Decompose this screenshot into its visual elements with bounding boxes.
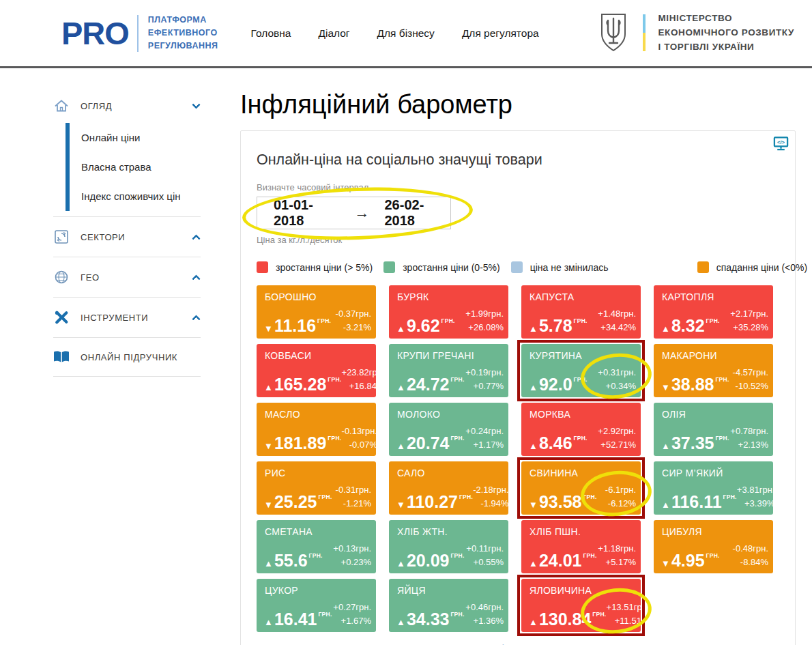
chevron-up-icon[interactable] xyxy=(192,234,201,243)
trend-arrow-icon: ▲ xyxy=(264,618,273,627)
trend-arrow-icon: ▼ xyxy=(264,324,273,333)
price-tile[interactable]: СВИНИНА ▼93.58ГРН. -6.1грн. -6.12% xyxy=(521,461,641,515)
trend-arrow-icon: ▲ xyxy=(396,442,405,450)
change-percent: +1.36% xyxy=(465,614,504,628)
price-tile[interactable]: ЦУКОР ▲16.41ГРН. +0.27грн. +1.67% xyxy=(257,579,376,632)
date-to[interactable]: 26-02-2018 xyxy=(385,197,451,229)
product-name: МАСЛО xyxy=(265,409,370,420)
price-tile[interactable]: МОЛОКО ▲20.74ГРН. +0.24грн. +1.17% xyxy=(389,403,508,456)
tagline-line: ЕФЕКТИВНОГО xyxy=(148,27,218,40)
nav-item-for-regulator[interactable]: Для регулятора xyxy=(462,27,539,40)
price-tile[interactable]: ЯЛОВИЧИНА ▲130.84ГРН. +13.51грн. +11.51% xyxy=(521,579,641,632)
change-uah: +0.78грн. xyxy=(730,425,768,438)
trend-arrow-icon: ▲ xyxy=(529,618,538,627)
sidebar-item-geo[interactable]: ГЕО xyxy=(53,263,199,291)
product-price: ▲34.33ГРН. xyxy=(396,611,465,628)
change-uah: +1.48грн. xyxy=(598,307,636,321)
sidebar-item-label: ГЕО xyxy=(81,272,100,283)
monitor-code-icon[interactable]: </> xyxy=(773,136,789,154)
legend-label: спадання ціни (<0%) xyxy=(716,262,808,273)
sidebar-item-label: СЕКТОРИ xyxy=(81,232,125,242)
price-tile[interactable]: ЦИБУЛЯ ▼4.95ГРН. -0.48грн. -8.84% xyxy=(654,520,773,573)
nav-item-dialog[interactable]: Діалог xyxy=(318,27,349,40)
divider xyxy=(53,216,201,217)
change-uah: +0.46грн. xyxy=(465,601,504,614)
price-tile[interactable]: ОЛІЯ ▲37.35ГРН. +0.78грн. +2.13% xyxy=(654,403,773,456)
price-change: +3.81грн. +3.39% xyxy=(737,483,775,511)
page-title: Інфляційний барометр xyxy=(240,90,796,119)
price-tile[interactable]: КУРЯТИНА ▲92.0ГРН. +0.31грн. +0.34% xyxy=(521,344,641,397)
price-tile[interactable]: МОРКВА ▲8.46ГРН. +2.92грн. +52.71% xyxy=(521,403,641,456)
price-tile[interactable]: КОВБАСИ ▲165.28ГРН. +23.82грн. +16.84% xyxy=(257,344,376,397)
price-tile[interactable]: МАСЛО ▼181.89ГРН. -0.13грн. -0.07% xyxy=(257,403,376,456)
change-uah: +0.31грн. xyxy=(598,366,636,379)
price-change: +0.19грн. +0.77% xyxy=(465,366,504,393)
change-percent: +0.23% xyxy=(333,556,371,569)
date-from[interactable]: 01-01-2018 xyxy=(274,197,340,229)
chevron-up-icon[interactable] xyxy=(192,274,201,283)
change-percent: +52.71% xyxy=(598,438,636,452)
sidebar-item-overview[interactable]: ОГЛЯД xyxy=(53,91,199,120)
overview-subitems: Онлайн ціни Власна страва Індекс споживч… xyxy=(66,123,201,211)
price-tile-cell: КУРЯТИНА ▲92.0ГРН. +0.31грн. +0.34% xyxy=(521,344,641,397)
main-nav: Головна Діалог Для бізнесу Для регулятор… xyxy=(251,27,566,40)
change-percent: +35.28% xyxy=(730,321,768,334)
change-uah: -0.37грн. xyxy=(336,307,371,321)
product-price: ▲24.72ГРН. xyxy=(396,376,465,393)
change-percent: +2.13% xyxy=(730,438,768,452)
price-tile[interactable]: КАПУСТА ▲5.78ГРН. +1.48грн. +34.42% xyxy=(521,285,641,339)
price-tile-cell: САЛО ▼110.27ГРН. -2.18грн. -1.94% xyxy=(389,461,508,515)
sidebar-item-online-prices[interactable]: Онлайн ціни xyxy=(66,123,201,152)
divider xyxy=(53,337,201,338)
product-price: ▼110.27ГРН. xyxy=(396,493,473,511)
price-tile[interactable]: РИС ▼25.25ГРН. -0.31грн. -1.21% xyxy=(257,461,376,515)
barometer-card: </> Онлайн-ціна на соціально значущі тов… xyxy=(240,130,796,645)
sidebar-item-online-handbook[interactable]: ОНЛАЙН ПІДРУЧНИК xyxy=(53,343,199,371)
price-tile[interactable]: СМЕТАНА ▲55.6ГРН. +0.13грн. +0.23% xyxy=(257,520,376,573)
date-range-picker[interactable]: 01-01-2018 → 26-02-2018 xyxy=(257,197,451,229)
chevron-down-icon[interactable] xyxy=(192,100,201,109)
flag-divider xyxy=(643,14,646,51)
trend-arrow-icon: ▼ xyxy=(396,500,405,509)
price-tile[interactable]: КАРТОПЛЯ ▲8.32ГРН. +2.17грн. +35.28% xyxy=(654,285,773,339)
price-change: +23.82грн. +16.84% xyxy=(342,366,385,393)
currency-label: ГРН. xyxy=(723,494,737,500)
price-tile[interactable]: ЯЙЦЯ ▲34.33ГРН. +0.46грн. +1.36% xyxy=(389,579,508,632)
price-tile[interactable]: ХЛІБ ПШН. ▲24.01ГРН. +1.18грн. +5.17% xyxy=(521,520,641,573)
product-price: ▲116.11ГРН. xyxy=(661,493,737,511)
product-price: ▼181.89ГРН. xyxy=(264,435,342,452)
price-tile-cell: ОЛІЯ ▲37.35ГРН. +0.78грн. +2.13% xyxy=(654,403,773,456)
price-tile-cell: КРУПИ ГРЕЧАНІ ▲24.72ГРН. +0.19грн. +0.77… xyxy=(389,344,508,397)
card-title: Онлайн-ціна на соціально значущі товари xyxy=(257,152,779,169)
sidebar-item-label: ОНЛАЙН ПІДРУЧНИК xyxy=(81,352,177,362)
price-tile[interactable]: МАКАРОНИ ▼38.88ГРН. -4.57грн. -10.52% xyxy=(654,344,773,397)
trend-arrow-icon: ▲ xyxy=(661,442,670,450)
product-name: ЦИБУЛЯ xyxy=(662,526,767,537)
chevron-up-icon[interactable] xyxy=(192,315,201,324)
price-tile[interactable]: ХЛІБ ЖТН. ▲20.09ГРН. +0.11грн. +0.55% xyxy=(389,520,508,573)
currency-label: ГРН. xyxy=(459,494,473,500)
change-uah: +0.19грн. xyxy=(465,366,504,379)
sidebar-item-cpi[interactable]: Індекс споживчих цін xyxy=(66,182,201,211)
sidebar-item-sectors[interactable]: СЕКТОРИ xyxy=(53,223,199,251)
trend-arrow-icon: ▼ xyxy=(661,383,670,392)
price-change: -2.18грн. -1.94% xyxy=(473,483,508,511)
price-tile[interactable]: БОРОШНО ▼11.16ГРН. -0.37грн. -3.21% xyxy=(257,285,376,339)
sidebar-item-tools[interactable]: ІНСТРУМЕНТИ xyxy=(53,303,199,332)
currency-label: ГРН. xyxy=(574,435,588,442)
price-tile[interactable]: САЛО ▼110.27ГРН. -2.18грн. -1.94% xyxy=(389,461,508,515)
change-percent: +26.08% xyxy=(465,321,504,334)
price-tile[interactable]: КРУПИ ГРЕЧАНІ ▲24.72ГРН. +0.19грн. +0.77… xyxy=(389,344,508,397)
price-tile[interactable]: БУРЯК ▲9.62ГРН. +1.99грн. +26.08% xyxy=(389,285,508,339)
change-percent: +1.17% xyxy=(465,438,504,452)
change-percent: +16.84% xyxy=(342,379,385,393)
price-tile-cell: ЦУКОР ▲16.41ГРН. +0.27грн. +1.67% xyxy=(257,579,376,632)
nav-item-for-business[interactable]: Для бізнесу xyxy=(377,27,435,40)
legend-label: зростання ціни (> 5%) xyxy=(276,262,373,273)
sidebar-item-own-dish[interactable]: Власна страва xyxy=(66,152,201,182)
pro-logo[interactable]: PRO ПЛАТФОРМА ЕФЕКТИВНОГО РЕГУЛЮВАННЯ xyxy=(61,14,218,52)
nav-item-home[interactable]: Головна xyxy=(251,27,291,40)
product-price: ▲165.28ГРН. xyxy=(264,376,342,393)
price-tile[interactable]: СИР М’ЯКИЙ ▲116.11ГРН. +3.81грн. +3.39% xyxy=(654,461,773,515)
change-uah: -0.31грн. xyxy=(336,483,371,497)
